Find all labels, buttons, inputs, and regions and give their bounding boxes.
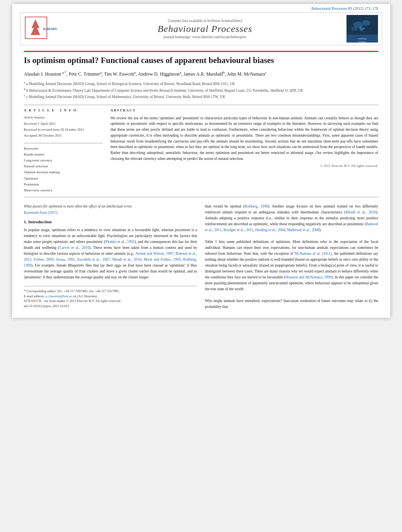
footnote-2: E-mail address: a.i.houston@bris.ac.uk (… <box>24 294 197 299</box>
ref-mcnamara[interactable]: McNamara et al. (2011) <box>295 252 332 256</box>
article-title: Is optimism optimal? Functional causes o… <box>24 55 378 66</box>
copyright: © 2011 Elsevier B.V. All rights reserved… <box>111 164 378 168</box>
ref-harding[interactable]: Harding et al., 2004 <box>255 228 285 232</box>
svg-point-8 <box>362 20 370 26</box>
body-left-col: What passes for optimism is most often t… <box>24 204 197 310</box>
journal-cover: starlings foraging <box>346 15 378 43</box>
ref-iwasa[interactable]: Iwasa, 1991 <box>56 258 75 261</box>
ref-matheson[interactable]: Matheson et al., 2008 <box>287 228 319 232</box>
red-divider <box>24 51 378 52</box>
thin-divider-keywords <box>24 143 103 143</box>
info-abstract-cols: A R T I C L E I N F O Article history: R… <box>24 108 378 194</box>
affiliations: a a Modelling Animal Decisions (MAD) Gro… <box>24 80 378 100</box>
quote-author: Raymond Aron (1957) <box>24 211 197 215</box>
thin-divider-1 <box>24 105 378 105</box>
thin-divider-body <box>24 197 378 197</box>
body-section: What passes for optimism is most often t… <box>24 204 378 310</box>
quote-text: What passes for optimism is most often t… <box>24 204 197 209</box>
ref-forbes[interactable]: Forbes, 2005 <box>33 258 54 261</box>
journal-homepage: journal homepage: www.elsevier.com/locat… <box>64 35 346 39</box>
journal-header: Behavioural Processes 89 (2012) 172–178 … <box>12 4 390 45</box>
ref-mendl2[interactable]: Mendl et al., 2010 <box>346 210 376 214</box>
article-info-col: A R T I C L E I N F O Article history: R… <box>24 108 103 194</box>
body-right-col: than would be optimal (Roltberg, 1990). … <box>205 204 378 310</box>
ref-mendl[interactable]: Mendl et al., 2010 <box>112 258 141 261</box>
article-info-header: A R T I C L E I N F O <box>24 108 103 112</box>
ref-arendt[interactable]: Arendt and Wilson, 1997 <box>135 252 174 256</box>
elsevier-logo: ELSEVIER <box>24 16 60 41</box>
keywords-label: Keywords: <box>24 146 103 150</box>
ref-mock[interactable]: Mock and Forbes, 1995 <box>144 258 181 261</box>
ref-roltberg2[interactable]: Roltberg, 1990 <box>245 204 268 208</box>
cover-svg: starlings foraging <box>346 15 378 43</box>
history-label: Article history: <box>24 115 103 119</box>
footnote-1: * Corresponding author. Tel.: +44 117 92… <box>24 289 197 294</box>
svg-text:ELSEVIER: ELSEVIER <box>43 28 57 30</box>
banner-center: Contents lists available at SciVerse Sci… <box>64 19 346 39</box>
ref-kacelnik[interactable]: Kacelnik et al., 1987 <box>77 258 110 261</box>
affiliation-a: a a Modelling Animal Decisions (MAD) Gro… <box>24 80 378 87</box>
affiliation-b: b b Behavioural & Evolutionary Theory La… <box>24 87 378 93</box>
sciverse-line: Contents lists available at SciVerse Sci… <box>64 19 346 23</box>
svg-point-9 <box>351 27 358 31</box>
table-ref: Table <box>205 240 213 244</box>
abstract-text: We review the use of the terms 'optimism… <box>111 115 378 162</box>
keywords-list: Bandit models Long-term currency Natural… <box>24 152 103 194</box>
journal-banner: ELSEVIER Contents lists available at Sci… <box>20 12 382 45</box>
abstract-header: ABSTRACT <box>111 108 378 112</box>
svg-text:starlings: starlings <box>358 37 366 40</box>
ref-houston[interactable]: Houston and McNamara, 1999 <box>285 275 332 279</box>
email-link[interactable]: a.i.houston@bris.ac.uk <box>46 294 76 298</box>
svg-text:foraging: foraging <box>358 41 365 43</box>
footnote-4: doi:10.1016/j.beproc.2011.10.015 <box>24 304 197 309</box>
body-left-text: In popular usage, optimism refers to a t… <box>24 227 197 280</box>
history-dates: Received 1 April 2011 Received in revise… <box>24 121 103 139</box>
abstract-col: ABSTRACT We review the use of the terms … <box>111 108 378 194</box>
footnote-3: 0376-6357/$ – see front matter © 2011 El… <box>24 298 197 304</box>
affiliation-c: c c Modelling Animal Decisions (MAD) Gro… <box>24 93 378 100</box>
ref-carver[interactable]: Carver et al., 2010 <box>59 246 89 250</box>
journal-title: Behavioural Processes <box>64 24 346 34</box>
ref-plomin[interactable]: Plomin et al., 1992 <box>106 240 135 244</box>
ref-brydges[interactable]: Brydges et al., 2011 <box>223 228 253 232</box>
page: Behavioural Processes 89 (2012) 172–178 … <box>12 4 390 318</box>
section1-heading: 1. Introduction <box>24 219 197 224</box>
article-content: Is optimism optimal? Functional causes o… <box>12 47 390 318</box>
journal-citation: Behavioural Processes 89 (2012) 172–178 <box>20 6 382 11</box>
body-right-text: than would be optimal (Roltberg, 1990). … <box>205 204 378 310</box>
authors: Alasdair I. Houston a,*, Pete C. Trimmer… <box>24 70 378 78</box>
footnote-area: * Corresponding author. Tel.: +44 117 92… <box>24 286 197 309</box>
elsevier-logo-svg: ELSEVIER <box>24 16 60 40</box>
